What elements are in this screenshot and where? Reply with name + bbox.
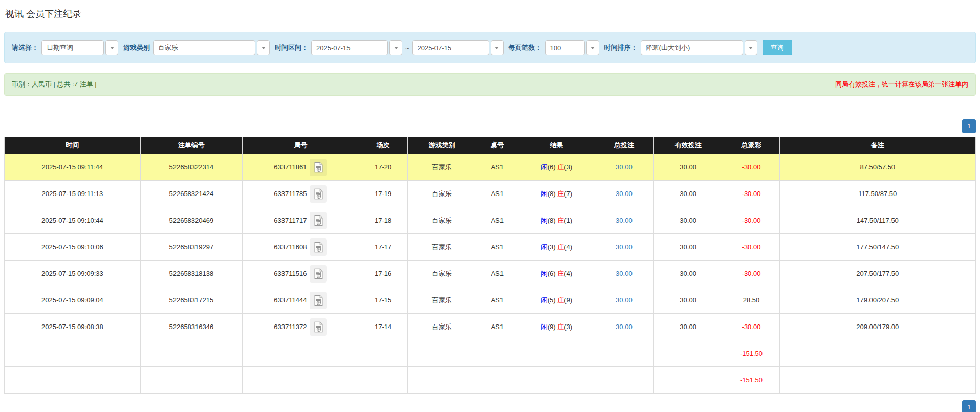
date-from-input[interactable] [311,40,388,55]
cell-note: 87.50/57.50 [779,154,975,181]
cell-round-id: 633711861 [243,154,359,181]
cell-session: 17-17 [359,234,407,261]
column-header-8: 总投注 [595,137,653,154]
cell-game-type: 百家乐 [407,207,476,234]
total-bet-link[interactable]: 30.00 [616,163,633,171]
round-id-text: 633711516 [274,270,307,277]
cell-game-type: 百家乐 [407,154,476,181]
select-mode-combo [41,40,118,55]
total-bet-link[interactable]: 30.00 [616,323,633,331]
total-valid-bet: 210.00 [653,367,723,394]
video-record-icon [313,321,324,333]
cell-valid-bet: 30.00 [653,207,723,234]
subtotal-total-bet: 210.00 [595,340,653,367]
subtotal-count: 7 [140,340,242,367]
result-banker: 庄 [557,216,564,224]
subtotal-label: 小计 [5,340,141,367]
cell-result: 闲(5) 庄(9) [518,287,595,314]
page-size-dropdown-button[interactable] [586,40,599,55]
cell-time: 2025-07-15 09:11:13 [5,181,141,207]
cell-total-bet: 30.00 [595,207,653,234]
cell-table-id: AS1 [476,261,518,287]
date-from-dropdown-button[interactable] [389,40,402,55]
cell-total-bet: 30.00 [595,234,653,261]
select-mode-input[interactable] [41,40,104,55]
video-record-button[interactable] [310,265,327,283]
cell-table-id: AS1 [476,154,518,181]
column-header-11: 备注 [779,137,975,154]
total-bet-link[interactable]: 30.00 [616,190,633,198]
chevron-down-icon [495,47,499,49]
cell-round-id: 633711785 [243,181,359,207]
table-row: 2025-07-15 09:11:13522658321424633711785… [5,181,976,207]
video-record-icon [313,188,324,200]
date-to-dropdown-button[interactable] [491,40,504,55]
column-header-1: 时间 [5,137,141,154]
total-bet-link[interactable]: 30.00 [616,270,633,277]
total-bet-link[interactable]: 30.00 [616,296,633,304]
column-header-2: 注单编号 [140,137,242,154]
currency-total-text: 币别：人民币 | 总共 :7 注单 | [12,80,97,89]
total-label: 总计 [5,367,141,394]
cell-session: 17-19 [359,181,407,207]
video-record-button[interactable] [310,238,327,256]
search-button[interactable]: 查询 [763,40,792,55]
cell-table-id: AS1 [476,234,518,261]
cell-result: 闲(8) 庄(7) [518,181,595,207]
column-header-7: 结果 [518,137,595,154]
video-record-button[interactable] [310,212,327,229]
table-header-row: 时间注单编号局号场次游戏类别桌号结果总投注有效投注总派彩备注 [5,137,976,154]
result-banker: 庄 [557,243,564,251]
select-mode-dropdown-button[interactable] [105,40,118,55]
video-record-button[interactable] [310,292,327,309]
video-record-button[interactable] [310,185,327,203]
video-record-icon [313,215,324,226]
pagination-top: 1 [4,119,976,133]
time-sort-dropdown-button[interactable] [745,40,757,55]
result-banker: 庄 [557,270,564,277]
cell-bet-id: 522658319297 [140,234,242,261]
game-type-dropdown-button[interactable] [257,40,270,55]
chevron-down-icon [749,47,753,49]
cell-payout: -30.00 [723,154,779,181]
table-row: 2025-07-15 09:09:33522658318138633711516… [5,261,976,287]
date-to-input[interactable] [412,40,489,55]
cell-round-id: 633711372 [243,314,359,340]
round-id-text: 633711608 [274,243,307,251]
page-size-combo [545,40,599,55]
time-sort-input[interactable] [641,40,743,55]
cell-round-id: 633711608 [243,234,359,261]
cell-total-bet: 30.00 [595,154,653,181]
result-player: 闲 [541,216,548,224]
game-type-input[interactable] [153,40,255,55]
video-record-icon [313,162,324,173]
round-id-text: 633711717 [274,216,307,224]
time-range-label: 时间区间： [275,43,308,52]
cell-time: 2025-07-15 09:11:44 [5,154,141,181]
cell-session: 17-14 [359,314,407,340]
round-id-text: 633711785 [274,190,307,198]
result-banker: 庄 [557,323,564,331]
page-1-button[interactable]: 1 [962,119,976,133]
cell-payout: -30.00 [723,181,779,207]
table-row: 2025-07-15 09:10:44522658320469633711717… [5,207,976,234]
total-bet-link[interactable]: 30.00 [616,243,633,251]
table-row: 2025-07-15 09:10:06522658319297633711608… [5,234,976,261]
page-1-button[interactable]: 1 [962,400,976,412]
cell-time: 2025-07-15 09:10:06 [5,234,141,261]
title-divider [4,25,976,25]
cell-note: 179.00/207.50 [779,287,975,314]
video-record-button[interactable] [310,159,327,176]
video-record-button[interactable] [310,318,327,336]
total-row: 总计7210.00210.00-151.50 [5,367,976,394]
cell-table-id: AS1 [476,207,518,234]
chevron-down-icon [394,47,398,49]
cell-payout: 28.50 [723,287,779,314]
page-size-input[interactable] [545,40,585,55]
cell-session: 17-20 [359,154,407,181]
cell-note: 177.50/147.50 [779,234,975,261]
cell-game-type: 百家乐 [407,314,476,340]
cell-game-type: 百家乐 [407,181,476,207]
subtotal-payout: -151.50 [723,340,779,367]
total-bet-link[interactable]: 30.00 [616,216,633,224]
